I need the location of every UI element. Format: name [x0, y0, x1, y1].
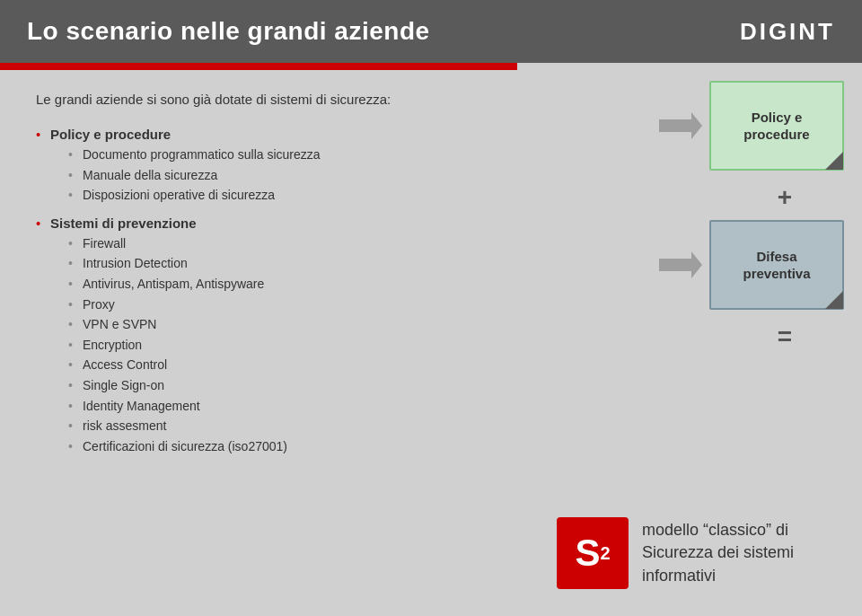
slide-title: Lo scenario nelle grandi aziende: [27, 17, 430, 46]
arrow-icon-1: [659, 112, 702, 139]
sistemi-sub-list: Firewall Intrusion Detection Antivirus, …: [50, 235, 638, 456]
sistemi-label: Sistemi di prevenzione: [50, 216, 197, 231]
s2-superscript: 2: [600, 543, 610, 564]
s2-badge: S2: [557, 517, 629, 589]
policy-box: Policy e procedure: [709, 81, 844, 171]
logo: DIGINT: [740, 18, 835, 46]
list-item: VPN e SVPN: [68, 316, 638, 334]
main-list: Policy e procedure Documento programmati…: [36, 125, 638, 455]
equals-sign: =: [778, 322, 792, 351]
slide: Lo scenario nelle grandi aziende DIGINT …: [0, 0, 862, 616]
list-item: risk assesment: [68, 418, 638, 436]
list-item: Certificazioni di sicurezza (iso27001): [68, 438, 638, 456]
difesa-box-text: Difesa preventiva: [743, 248, 810, 283]
s2-label: S: [575, 532, 600, 575]
list-item: Documento programmatico sulla sicurezza: [68, 146, 638, 164]
arrow-icon-2: [659, 251, 702, 278]
policy-label: Policy e procedure: [50, 127, 171, 142]
arrow-row-2: Difesa preventiva: [629, 220, 844, 310]
arrow-row-1: Policy e procedure: [629, 81, 844, 171]
result-text: modello “classico” di Sicurezza dei sist…: [642, 519, 844, 587]
list-item: Intrusion Detection: [68, 255, 638, 273]
list-item: Firewall: [68, 235, 638, 253]
policy-box-text: Policy e procedure: [743, 109, 809, 144]
plus-row: +: [629, 179, 844, 216]
svg-marker-1: [659, 251, 702, 278]
intro-text: Le grandi aziende si sono già dotate di …: [36, 90, 638, 109]
svg-marker-0: [659, 112, 702, 139]
list-item: Access Control: [68, 356, 638, 374]
equals-row: =: [629, 318, 844, 356]
accent-bar: [0, 63, 862, 70]
list-item: Single Sign-on: [68, 377, 638, 395]
list-item: Disposizioni operative di sicurezza: [68, 187, 638, 205]
list-item: Antivirus, Antispam, Antispyware: [68, 276, 638, 294]
list-item: Proxy: [68, 296, 638, 314]
diagram-area: Policy e procedure + Difesa preventiva: [629, 81, 844, 359]
policy-sub-list: Documento programmatico sulla sicurezza …: [50, 146, 638, 205]
plus-sign: +: [778, 183, 792, 212]
difesa-box: Difesa preventiva: [709, 220, 844, 310]
result-row: S2 modello “classico” di Sicurezza dei s…: [557, 517, 844, 589]
header: Lo scenario nelle grandi aziende DIGINT: [0, 0, 862, 63]
policy-item: Policy e procedure Documento programmati…: [36, 125, 638, 205]
list-item: Encryption: [68, 337, 638, 355]
sistemi-item: Sistemi di prevenzione Firewall Intrusio…: [36, 214, 638, 456]
list-item: Manuale della sicurezza: [68, 167, 638, 185]
list-item: Identity Management: [68, 398, 638, 416]
